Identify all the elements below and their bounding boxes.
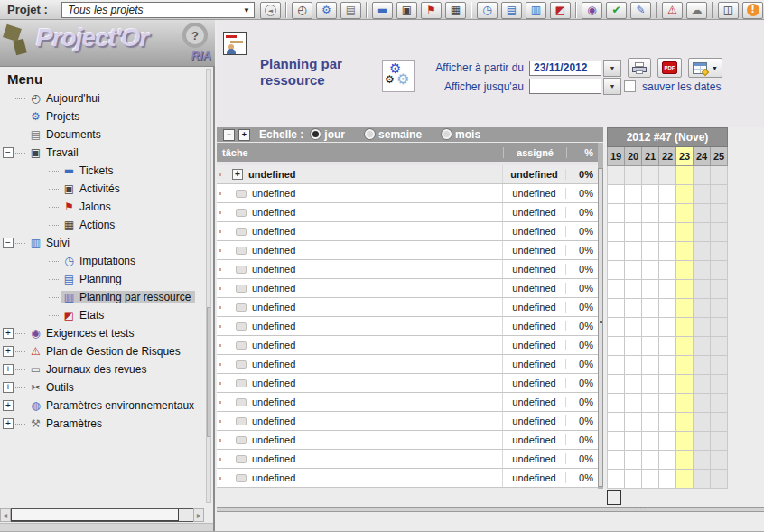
task-row[interactable]: undefinedundefined0% [217,393,598,412]
row-handle[interactable] [217,393,228,411]
calendar-scroll-thumb[interactable] [607,490,621,505]
expand-icon[interactable]: + [3,400,14,411]
sidebar-item-exigences-et-tests[interactable]: +◉Exigences et tests [0,324,213,342]
row-handle[interactable] [217,469,228,487]
to-date-input[interactable] [529,79,601,94]
row-handle[interactable] [217,260,228,278]
states-button[interactable]: ◩ [550,2,571,19]
print-button[interactable] [628,58,651,78]
risks-button[interactable]: ⚠ [662,2,683,19]
requirements-button[interactable]: ◉ [582,2,602,19]
row-handle[interactable] [217,241,228,259]
row-handle[interactable] [217,355,228,373]
sidebar-item-planning-par-ressource[interactable]: ▥Planning par ressource [0,288,213,306]
tickets-button[interactable]: ▬ [372,2,393,19]
sidebar-item-param-tres[interactable]: +⚒Paramètres [0,415,213,433]
sidebar-item-param-tres-environnementaux[interactable]: +◍Paramètres environnementaux [0,397,213,415]
task-row[interactable]: undefinedundefined0% [217,241,598,260]
tests-button[interactable]: ✔ [606,2,627,19]
expand-icon[interactable]: + [3,382,14,393]
scale-option-semaine[interactable]: semaine [365,128,422,141]
sidebar-item-documents[interactable]: ▤Documents [0,126,213,144]
project-select[interactable]: Tous les projets ▼ [61,2,255,18]
sidebar-item-suivi[interactable]: −▥Suivi [0,234,213,252]
planning-resource-button[interactable]: ▥ [526,2,546,19]
radio-icon[interactable] [365,129,375,139]
task-row[interactable]: undefinedundefined0% [217,279,598,298]
row-handle[interactable] [217,298,228,316]
task-row[interactable]: undefinedundefined0% [217,184,598,203]
scrollbar-track[interactable] [11,508,193,522]
task-row[interactable]: undefinedundefined0% [217,298,598,317]
sidebar-item-journaux-des-revues[interactable]: +▭Journaux des revues [0,360,213,378]
from-date-dropdown-button[interactable]: ▼ [603,60,621,77]
scrollbar-thumb[interactable] [11,509,179,521]
milestones-button[interactable]: ⚑ [421,2,442,19]
export-button[interactable]: ▼ [688,58,722,78]
from-date-input[interactable]: 23/11/2012 [529,61,601,76]
expand-icon[interactable]: + [3,364,14,375]
sidebar-item-tickets[interactable]: ▬Tickets [0,162,213,180]
row-handle[interactable] [217,317,228,335]
planning-button[interactable]: ▤ [501,2,522,19]
scrollbar-thumb[interactable] [207,307,210,437]
task-row[interactable]: undefinedundefined0% [217,336,598,355]
scrollbar-thumb[interactable] [598,168,603,487]
task-row[interactable]: undefinedundefined0% [217,355,598,374]
task-row[interactable]: undefinedundefined0% [217,412,598,431]
row-handle[interactable] [217,184,228,202]
task-row[interactable]: undefinedundefined0% [217,222,598,241]
save-dates-checkbox[interactable] [624,80,636,92]
expand-icon[interactable]: + [3,418,14,429]
documents-button[interactable]: ▤ [340,2,361,19]
presentation-button[interactable]: ◫ [718,2,739,19]
pdf-export-button[interactable]: PDF [657,58,682,78]
scale-option-jour[interactable]: jour [311,128,345,141]
row-handle[interactable] [217,412,228,430]
scroll-right-icon[interactable]: ► [193,508,204,522]
sidebar-item-planning[interactable]: ▤Planning [0,270,213,288]
sidebar-item-projets[interactable]: ⚙Projets [0,107,213,126]
row-handle[interactable] [217,222,228,240]
nav-back-button[interactable]: ◄ [260,2,281,19]
radio-icon[interactable] [442,129,452,139]
splitter[interactable]: ▪▪▪▪▪ [217,507,764,512]
sidebar-item-plan-de-gestion-de-risques[interactable]: +⚠Plan de Gestion de Risques [0,342,213,360]
sidebar-item-activit-s[interactable]: ▣Activités [0,180,213,198]
task-row[interactable]: undefinedundefined0% [217,260,598,279]
scroll-left-icon[interactable]: ◄ [0,508,11,522]
sidebar-item-outils[interactable]: +✂Outils [0,378,213,397]
scale-option-mois[interactable]: mois [442,128,480,141]
row-handle[interactable] [217,279,228,297]
task-row[interactable]: undefinedundefined0% [217,431,598,450]
task-row[interactable]: undefinedundefined0% [217,374,598,393]
projects-button[interactable]: ⚙ [316,2,337,19]
row-handle[interactable] [217,336,228,354]
zoom-in-button[interactable]: + [238,129,250,141]
expand-icon[interactable]: + [232,169,243,180]
sidebar-item-jalons[interactable]: ⚑Jalons [0,198,213,216]
sidebar-horizontal-scrollbar[interactable]: ◄ ► [0,508,204,522]
row-handle[interactable] [217,431,228,449]
row-handle[interactable] [217,203,228,221]
task-row[interactable]: undefinedundefined0% [217,469,598,488]
sidebar-vertical-scrollbar[interactable] [206,69,211,503]
alert-button[interactable]: ! [742,2,763,19]
row-handle[interactable] [217,374,228,392]
sidebar-item-travail[interactable]: −▣Travail [0,144,213,162]
collapse-icon[interactable]: − [3,238,14,248]
task-row[interactable]: undefinedundefined0% [217,317,598,336]
task-vertical-scrollbar[interactable] [598,143,603,489]
task-row[interactable]: undefinedundefined0% [217,450,598,469]
collapse-icon[interactable]: − [3,147,14,158]
radio-icon[interactable] [311,129,321,139]
task-row[interactable]: undefinedundefined0% [217,203,598,222]
expand-icon[interactable]: + [3,328,14,339]
sidebar-item-imputations[interactable]: ◷Imputations [0,252,213,270]
today-button[interactable]: ◴ [292,2,312,19]
sidebar-item-etats[interactable]: ◩Etats [0,306,213,324]
expand-icon[interactable]: + [3,346,14,357]
timesheet-button[interactable]: ◷ [477,2,498,19]
validation-button[interactable]: ✎ [630,2,651,19]
actions-button[interactable]: ▦ [445,2,466,19]
